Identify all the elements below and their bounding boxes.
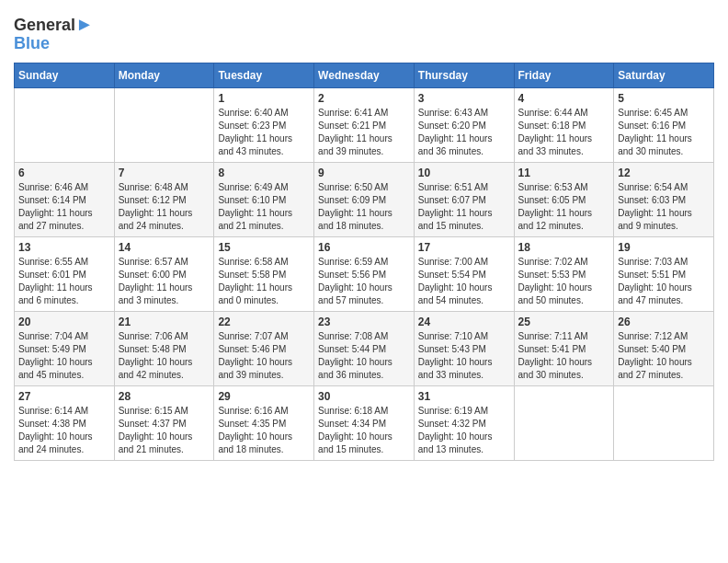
- day-number: 16: [318, 241, 410, 254]
- day-info: Sunrise: 7:04 AMSunset: 5:49 PMDaylight:…: [18, 330, 110, 382]
- calendar-cell: 13Sunrise: 6:55 AMSunset: 6:01 PMDayligh…: [15, 236, 115, 311]
- day-info: Sunrise: 7:12 AMSunset: 5:40 PMDaylight:…: [618, 330, 710, 382]
- calendar-cell: 1Sunrise: 6:40 AMSunset: 6:23 PMDaylight…: [214, 87, 314, 162]
- calendar-cell: 10Sunrise: 6:51 AMSunset: 6:07 PMDayligh…: [414, 162, 514, 236]
- day-info: Sunrise: 6:45 AMSunset: 6:16 PMDaylight:…: [618, 107, 710, 158]
- day-number: 29: [218, 390, 310, 403]
- calendar-cell: 5Sunrise: 6:45 AMSunset: 6:16 PMDaylight…: [614, 87, 714, 162]
- calendar-cell: [514, 385, 614, 460]
- calendar-cell: 23Sunrise: 7:08 AMSunset: 5:44 PMDayligh…: [314, 311, 415, 385]
- day-number: 13: [18, 241, 110, 254]
- day-number: 3: [418, 92, 510, 105]
- calendar-cell: [15, 87, 115, 162]
- calendar-cell: 6Sunrise: 6:46 AMSunset: 6:14 PMDaylight…: [15, 162, 115, 236]
- day-number: 12: [618, 167, 710, 179]
- day-number: 22: [218, 316, 310, 328]
- calendar-cell: 29Sunrise: 6:16 AMSunset: 4:35 PMDayligh…: [214, 385, 314, 460]
- calendar-cell: 11Sunrise: 6:53 AMSunset: 6:05 PMDayligh…: [514, 162, 614, 236]
- day-number: 11: [518, 167, 610, 179]
- weekday-header-sunday: Sunday: [15, 63, 115, 87]
- calendar-cell: 27Sunrise: 6:14 AMSunset: 4:38 PMDayligh…: [15, 385, 115, 460]
- day-number: 24: [418, 316, 510, 328]
- logo-text: General►Blue: [14, 14, 94, 53]
- calendar-week-row: 20Sunrise: 7:04 AMSunset: 5:49 PMDayligh…: [15, 311, 714, 385]
- calendar-cell: 31Sunrise: 6:19 AMSunset: 4:32 PMDayligh…: [414, 385, 514, 460]
- calendar-cell: 9Sunrise: 6:50 AMSunset: 6:09 PMDaylight…: [314, 162, 415, 236]
- day-number: 28: [119, 390, 210, 403]
- day-info: Sunrise: 6:40 AMSunset: 6:23 PMDaylight:…: [218, 107, 310, 158]
- calendar-cell: 12Sunrise: 6:54 AMSunset: 6:03 PMDayligh…: [614, 162, 714, 236]
- day-info: Sunrise: 7:11 AMSunset: 5:41 PMDaylight:…: [518, 330, 610, 382]
- weekday-header-row: SundayMondayTuesdayWednesdayThursdayFrid…: [15, 63, 714, 87]
- weekday-header-wednesday: Wednesday: [314, 63, 415, 87]
- day-info: Sunrise: 6:41 AMSunset: 6:21 PMDaylight:…: [318, 107, 410, 158]
- calendar-cell: 16Sunrise: 6:59 AMSunset: 5:56 PMDayligh…: [314, 236, 415, 311]
- day-info: Sunrise: 6:44 AMSunset: 6:18 PMDaylight:…: [518, 107, 610, 158]
- calendar-cell: 24Sunrise: 7:10 AMSunset: 5:43 PMDayligh…: [414, 311, 514, 385]
- calendar-cell: 17Sunrise: 7:00 AMSunset: 5:54 PMDayligh…: [414, 236, 514, 311]
- day-info: Sunrise: 6:49 AMSunset: 6:10 PMDaylight:…: [218, 181, 310, 233]
- day-info: Sunrise: 6:51 AMSunset: 6:07 PMDaylight:…: [418, 181, 510, 233]
- day-number: 18: [518, 241, 610, 254]
- calendar-cell: 28Sunrise: 6:15 AMSunset: 4:37 PMDayligh…: [114, 385, 214, 460]
- calendar-week-row: 27Sunrise: 6:14 AMSunset: 4:38 PMDayligh…: [15, 385, 714, 460]
- calendar-cell: 22Sunrise: 7:07 AMSunset: 5:46 PMDayligh…: [214, 311, 314, 385]
- calendar-cell: [114, 87, 214, 162]
- calendar-cell: 3Sunrise: 6:43 AMSunset: 6:20 PMDaylight…: [414, 87, 514, 162]
- day-number: 8: [218, 167, 310, 179]
- weekday-header-thursday: Thursday: [414, 63, 514, 87]
- calendar-week-row: 6Sunrise: 6:46 AMSunset: 6:14 PMDaylight…: [15, 162, 714, 236]
- day-info: Sunrise: 6:55 AMSunset: 6:01 PMDaylight:…: [18, 256, 110, 307]
- day-number: 5: [618, 92, 710, 105]
- calendar-cell: 14Sunrise: 6:57 AMSunset: 6:00 PMDayligh…: [114, 236, 214, 311]
- day-number: 15: [218, 241, 310, 254]
- day-number: 30: [318, 390, 410, 403]
- day-info: Sunrise: 6:46 AMSunset: 6:14 PMDaylight:…: [18, 181, 110, 233]
- calendar-cell: 4Sunrise: 6:44 AMSunset: 6:18 PMDaylight…: [514, 87, 614, 162]
- calendar-cell: 7Sunrise: 6:48 AMSunset: 6:12 PMDaylight…: [114, 162, 214, 236]
- day-number: 6: [18, 167, 110, 179]
- day-info: Sunrise: 6:18 AMSunset: 4:34 PMDaylight:…: [318, 405, 410, 456]
- day-number: 25: [518, 316, 610, 328]
- day-info: Sunrise: 7:06 AMSunset: 5:48 PMDaylight:…: [119, 330, 210, 382]
- calendar-cell: 30Sunrise: 6:18 AMSunset: 4:34 PMDayligh…: [314, 385, 415, 460]
- calendar-cell: 26Sunrise: 7:12 AMSunset: 5:40 PMDayligh…: [614, 311, 714, 385]
- day-info: Sunrise: 6:57 AMSunset: 6:00 PMDaylight:…: [119, 256, 210, 307]
- calendar-week-row: 13Sunrise: 6:55 AMSunset: 6:01 PMDayligh…: [15, 236, 714, 311]
- calendar-cell: 25Sunrise: 7:11 AMSunset: 5:41 PMDayligh…: [514, 311, 614, 385]
- logo: General►Blue: [14, 14, 94, 53]
- day-number: 4: [518, 92, 610, 105]
- weekday-header-monday: Monday: [114, 63, 214, 87]
- day-info: Sunrise: 6:58 AMSunset: 5:58 PMDaylight:…: [218, 256, 310, 307]
- calendar-cell: 18Sunrise: 7:02 AMSunset: 5:53 PMDayligh…: [514, 236, 614, 311]
- day-info: Sunrise: 6:19 AMSunset: 4:32 PMDaylight:…: [418, 405, 510, 456]
- page-header: General►Blue: [14, 14, 714, 53]
- day-number: 23: [318, 316, 410, 328]
- weekday-header-saturday: Saturday: [614, 63, 714, 87]
- calendar-cell: 8Sunrise: 6:49 AMSunset: 6:10 PMDaylight…: [214, 162, 314, 236]
- day-number: 20: [18, 316, 110, 328]
- day-number: 1: [218, 92, 310, 105]
- day-info: Sunrise: 6:50 AMSunset: 6:09 PMDaylight:…: [318, 181, 410, 233]
- day-number: 9: [318, 167, 410, 179]
- day-number: 10: [418, 167, 510, 179]
- calendar-week-row: 1Sunrise: 6:40 AMSunset: 6:23 PMDaylight…: [15, 87, 714, 162]
- day-number: 14: [119, 241, 210, 254]
- calendar-cell: 20Sunrise: 7:04 AMSunset: 5:49 PMDayligh…: [15, 311, 115, 385]
- day-info: Sunrise: 7:08 AMSunset: 5:44 PMDaylight:…: [318, 330, 410, 382]
- day-info: Sunrise: 6:43 AMSunset: 6:20 PMDaylight:…: [418, 107, 510, 158]
- day-info: Sunrise: 7:02 AMSunset: 5:53 PMDaylight:…: [518, 256, 610, 307]
- weekday-header-friday: Friday: [514, 63, 614, 87]
- calendar-cell: 19Sunrise: 7:03 AMSunset: 5:51 PMDayligh…: [614, 236, 714, 311]
- day-info: Sunrise: 7:07 AMSunset: 5:46 PMDaylight:…: [218, 330, 310, 382]
- day-number: 2: [318, 92, 410, 105]
- day-info: Sunrise: 7:00 AMSunset: 5:54 PMDaylight:…: [418, 256, 510, 307]
- day-info: Sunrise: 6:54 AMSunset: 6:03 PMDaylight:…: [618, 181, 710, 233]
- day-number: 17: [418, 241, 510, 254]
- calendar-cell: 15Sunrise: 6:58 AMSunset: 5:58 PMDayligh…: [214, 236, 314, 311]
- day-number: 31: [418, 390, 510, 403]
- day-info: Sunrise: 6:53 AMSunset: 6:05 PMDaylight:…: [518, 181, 610, 233]
- day-number: 26: [618, 316, 710, 328]
- calendar-table: SundayMondayTuesdayWednesdayThursdayFrid…: [14, 63, 714, 461]
- day-number: 7: [119, 167, 210, 179]
